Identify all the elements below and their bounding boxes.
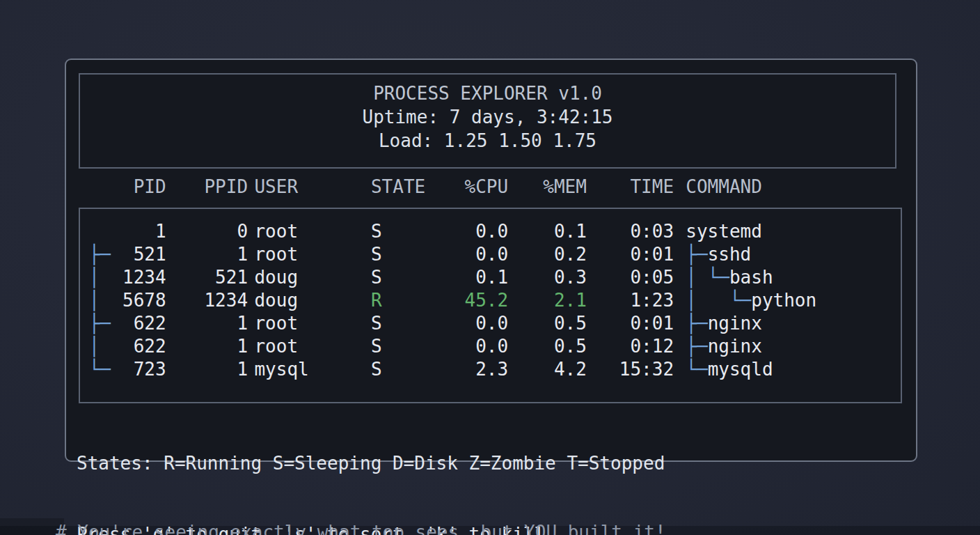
state-value: S <box>371 220 382 243</box>
command-cell: ├─sshd <box>686 243 751 266</box>
command-tree-glyph: ├─ <box>686 336 707 357</box>
state-value: S <box>371 358 382 381</box>
states-legend-line: States: R=Running S=Sleeping D=Disk Z=Zo… <box>77 451 665 475</box>
ppid-value: 521 <box>182 266 248 289</box>
command-tree-glyph: │ └─ <box>686 290 751 311</box>
pid-value: 1234 <box>101 266 166 289</box>
command-cell: └─mysqld <box>686 358 773 381</box>
command-name: nginx <box>708 313 762 334</box>
user-value: root <box>254 220 298 243</box>
command-tree-glyph: ├─ <box>686 244 707 265</box>
column-header-time: TIME <box>598 176 674 199</box>
time-value: 0:03 <box>598 220 674 243</box>
header-panel: PROCESS EXPLORER v1.0 Uptime: 7 days, 3:… <box>79 73 896 169</box>
shell-comments: # You're seeing exactly what top sees, b… <box>56 473 666 535</box>
command-cell: ├─nginx <box>686 312 762 335</box>
tree-branch-glyph: │ <box>89 266 100 289</box>
column-header-user: USER <box>254 176 298 199</box>
time-value: 0:12 <box>598 335 674 358</box>
user-value: mysql <box>254 358 308 381</box>
tree-branch-glyph: │ <box>89 335 100 358</box>
column-header-state: STATE <box>371 176 425 199</box>
column-header-ppid: PPID <box>182 176 248 199</box>
process-row: ├─ 622 1 root S 0.0 0.5 0:01 ├─nginx <box>80 312 901 335</box>
user-value: root <box>254 243 298 266</box>
pid-value: 5678 <box>101 289 166 312</box>
cpu-value: 0.0 <box>443 243 508 266</box>
command-name: systemd <box>686 221 762 242</box>
command-name: sshd <box>708 244 752 265</box>
mem-value: 0.5 <box>521 335 587 358</box>
process-row: │ 622 1 root S 0.0 0.5 0:12 ├─nginx <box>80 335 901 358</box>
column-header-mem: %MEM <box>521 176 587 199</box>
column-header-pid: PID <box>101 176 166 199</box>
state-value: S <box>371 312 382 335</box>
process-row: 1 0 root S 0.0 0.1 0:03 systemd <box>80 220 901 243</box>
cpu-value: 0.1 <box>443 266 508 289</box>
command-cell: systemd <box>686 220 762 243</box>
mem-value: 0.5 <box>521 312 587 335</box>
time-value: 0:01 <box>598 243 674 266</box>
command-name: bash <box>729 267 773 288</box>
command-name: nginx <box>708 336 762 357</box>
process-row: ├─ 521 1 root S 0.0 0.2 0:01 ├─sshd <box>80 243 901 266</box>
mem-value: 4.2 <box>521 358 587 381</box>
time-value: 0:01 <box>598 312 674 335</box>
terminal-window[interactable]: PROCESS EXPLORER v1.0 Uptime: 7 days, 3:… <box>65 59 917 462</box>
command-name: python <box>751 290 816 311</box>
column-header-command: COMMAND <box>686 176 762 199</box>
ppid-value: 1 <box>182 335 248 358</box>
pid-value: 521 <box>101 243 166 266</box>
command-tree-glyph: ├─ <box>686 313 707 334</box>
mem-value: 0.1 <box>521 220 587 243</box>
ppid-value: 1 <box>182 358 248 381</box>
state-value: R <box>371 289 382 312</box>
process-table: 1 0 root S 0.0 0.1 0:03 systemd ├─ 521 1… <box>79 208 902 403</box>
tree-branch-glyph: │ <box>89 289 100 312</box>
time-value: 15:32 <box>598 358 674 381</box>
cpu-value: 0.0 <box>443 312 508 335</box>
ppid-value: 1 <box>182 243 248 266</box>
ppid-value: 1234 <box>182 289 248 312</box>
app-title: PROCESS EXPLORER v1.0 <box>80 82 895 105</box>
command-cell: │ └─python <box>686 289 816 312</box>
mem-value: 2.1 <box>521 289 587 312</box>
cpu-value: 2.3 <box>443 358 508 381</box>
user-value: root <box>254 312 298 335</box>
ppid-value: 1 <box>182 312 248 335</box>
process-row-running: │ 5678 1234 doug R 45.2 2.1 1:23 │ └─pyt… <box>80 289 901 312</box>
pid-value: 723 <box>101 358 166 381</box>
state-value: S <box>371 335 382 358</box>
user-value: root <box>254 335 298 358</box>
cpu-value: 0.0 <box>443 335 508 358</box>
command-name: mysqld <box>708 359 773 380</box>
command-tree-glyph: │ └─ <box>686 267 729 288</box>
user-value: doug <box>254 289 298 312</box>
mem-value: 0.2 <box>521 243 587 266</box>
comment-line: # You're seeing exactly what top sees, b… <box>56 520 666 535</box>
pid-value: 1 <box>101 220 166 243</box>
ppid-value: 0 <box>182 220 248 243</box>
uptime-line: Uptime: 7 days, 3:42:15 <box>80 105 895 129</box>
process-row: └─ 723 1 mysql S 2.3 4.2 15:32 └─mysqld <box>80 358 901 381</box>
command-cell: │ └─bash <box>686 266 773 289</box>
time-value: 1:23 <box>598 289 674 312</box>
background-corner-shade <box>0 518 64 535</box>
user-value: doug <box>254 266 298 289</box>
time-value: 0:05 <box>598 266 674 289</box>
state-value: S <box>371 266 382 289</box>
pid-value: 622 <box>101 312 166 335</box>
cpu-value: 0.0 <box>443 220 508 243</box>
mem-value: 0.3 <box>521 266 587 289</box>
column-header-cpu: %CPU <box>443 176 508 199</box>
command-tree-glyph: └─ <box>686 359 707 380</box>
state-value: S <box>371 243 382 266</box>
command-cell: ├─nginx <box>686 335 762 358</box>
process-row: │ 1234 521 doug S 0.1 0.3 0:05 │ └─bash <box>80 266 901 289</box>
pid-value: 622 <box>101 335 166 358</box>
load-average-line: Load: 1.25 1.50 1.75 <box>80 129 895 153</box>
cpu-value: 45.2 <box>443 289 508 312</box>
column-header-row: PID PPID USER STATE %CPU %MEM TIME COMMA… <box>80 176 902 199</box>
